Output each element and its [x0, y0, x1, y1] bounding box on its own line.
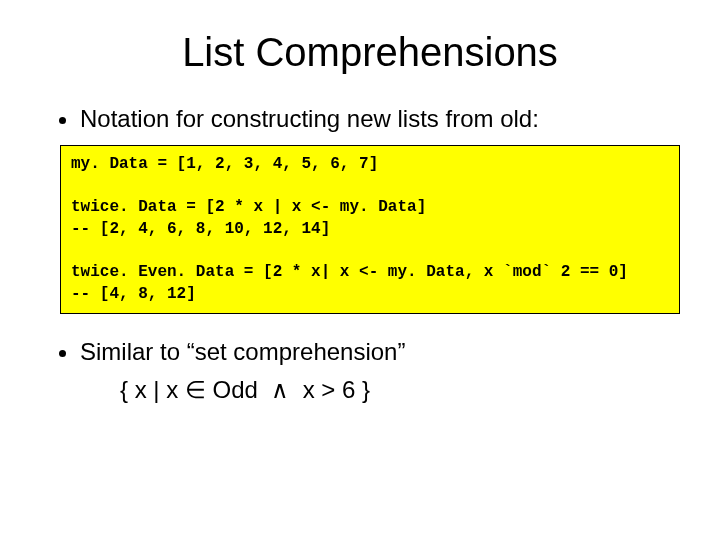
code-line-2: twice. Data = [2 * x | x <- my. Data] — [71, 198, 426, 216]
code-line-1: my. Data = [1, 2, 3, 4, 5, 6, 7] — [71, 155, 378, 173]
set-notation: { x | x ∈ Odd ∧ x > 6 } — [120, 376, 680, 404]
bullet-list: Notation for constructing new lists from… — [60, 105, 680, 133]
bullet-similar: Similar to “set comprehension” — [80, 338, 680, 366]
slide-title: List Comprehensions — [60, 30, 680, 75]
code-line-5: -- [4, 8, 12] — [71, 285, 196, 303]
code-line-3: -- [2, 4, 6, 8, 10, 12, 14] — [71, 220, 330, 238]
bullet-list-2: Similar to “set comprehension” — [60, 338, 680, 366]
bullet-notation: Notation for constructing new lists from… — [80, 105, 680, 133]
code-example-box: my. Data = [1, 2, 3, 4, 5, 6, 7] twice. … — [60, 145, 680, 314]
slide: List Comprehensions Notation for constru… — [0, 0, 720, 540]
code-line-4: twice. Even. Data = [2 * x| x <- my. Dat… — [71, 263, 628, 281]
